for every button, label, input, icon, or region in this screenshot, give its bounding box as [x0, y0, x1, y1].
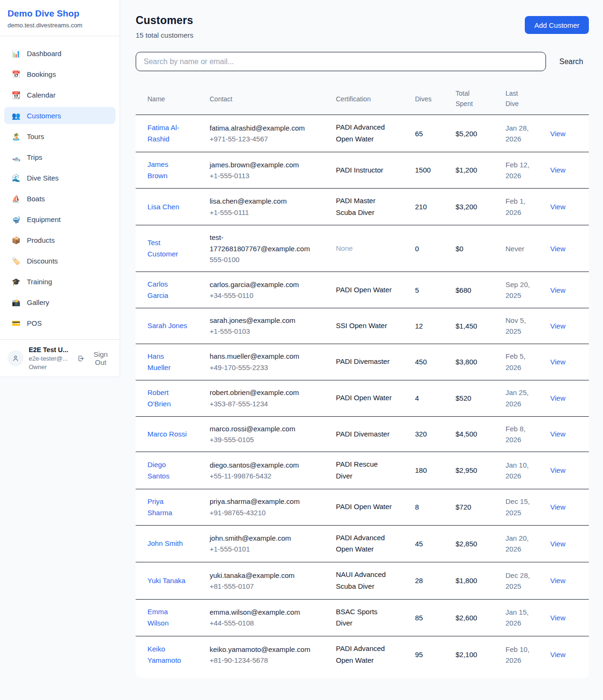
- customer-name-link[interactable]: Fatima Al-Rashid: [147, 122, 189, 145]
- cell-certification: PADI Divemaster: [330, 416, 409, 452]
- customer-name-link[interactable]: Keiko Yamamoto: [147, 643, 189, 666]
- last-dive-date: Jan 10, 2026: [505, 460, 537, 482]
- customer-email: robert.obrien@example.com: [210, 387, 312, 398]
- col-header-certification: Certification: [330, 83, 409, 115]
- cell-name: Robert O'Brien: [136, 380, 204, 416]
- view-customer-link[interactable]: View: [550, 540, 565, 548]
- view-customer-link[interactable]: View: [550, 466, 565, 474]
- view-customer-link[interactable]: View: [550, 286, 565, 294]
- sidebar-item-customers[interactable]: 👥Customers: [4, 107, 115, 124]
- customer-phone: +353-87-555-1234: [210, 398, 325, 409]
- last-dive-date: Feb 8, 2026: [505, 423, 537, 445]
- sidebar-item-discounts[interactable]: 🏷️Discounts: [4, 252, 115, 269]
- customer-phone: +971-55-123-4567: [210, 133, 325, 144]
- camera-flash-icon: 📸: [11, 299, 21, 306]
- sign-out-button[interactable]: Sign Out: [77, 350, 113, 366]
- customer-name-link[interactable]: Carlos Garcia: [147, 279, 189, 301]
- col-header-contact: Contact: [204, 83, 330, 115]
- table-row: James Brownjames.brown@example.com+1-555…: [136, 152, 589, 188]
- cell-last-dive: Feb 12, 2026: [500, 152, 545, 188]
- view-customer-link[interactable]: View: [550, 394, 565, 402]
- sidebar-item-calendar[interactable]: 📆Calendar: [4, 86, 115, 103]
- customer-name-link[interactable]: Robert O'Brien: [147, 387, 189, 410]
- customer-certification: PADI Divemaster: [336, 356, 393, 368]
- customer-name-link[interactable]: Diego Santos: [147, 459, 189, 482]
- customer-name-link[interactable]: Lisa Chen: [147, 201, 179, 213]
- cell-contact: yuki.tanaka@example.com+81-555-0107: [204, 562, 330, 600]
- customer-name-link[interactable]: Emma Wilson: [147, 606, 189, 629]
- sidebar-item-label: POS: [27, 319, 42, 327]
- customer-name-link[interactable]: Marco Rossi: [147, 428, 187, 440]
- view-customer-link[interactable]: View: [550, 203, 565, 211]
- view-customer-link[interactable]: View: [550, 245, 565, 253]
- search-button[interactable]: Search: [554, 54, 589, 70]
- sidebar-item-label: Bookings: [27, 70, 56, 78]
- cell-last-dive: Dec 15, 2025: [500, 489, 545, 525]
- cell-contact: emma.wilson@example.com+44-555-0108: [204, 599, 330, 636]
- search-input[interactable]: [136, 52, 546, 71]
- sidebar-item-dive-sites[interactable]: 🌊Dive Sites: [4, 169, 115, 186]
- sidebar-item-training[interactable]: 🎓Training: [4, 273, 115, 290]
- cell-actions: View: [545, 562, 589, 600]
- cell-dives: 1500: [409, 152, 450, 188]
- customer-name-link[interactable]: Test Customer: [147, 237, 189, 260]
- add-customer-button[interactable]: Add Customer: [525, 16, 589, 34]
- view-customer-link[interactable]: View: [550, 576, 565, 585]
- customer-email: hans.mueller@example.com: [210, 351, 312, 362]
- cell-dives: 45: [409, 525, 450, 562]
- user-avatar: [8, 350, 24, 366]
- credit-card-icon: 💳: [11, 320, 21, 327]
- graduation-cap-icon: 🎓: [11, 278, 21, 285]
- sidebar-item-bookings[interactable]: 📅Bookings: [4, 66, 115, 82]
- sidebar-item-equipment[interactable]: 🤿Equipment: [4, 211, 115, 228]
- customer-certification: PADI Advanced Open Water: [336, 643, 393, 667]
- sidebar-item-products[interactable]: 📦Products: [4, 231, 115, 248]
- customer-name-link[interactable]: Sarah Jones: [147, 320, 187, 331]
- view-customer-link[interactable]: View: [550, 166, 565, 174]
- cell-certification: PADI Divemaster: [330, 344, 409, 380]
- customer-certification: PADI Rescue Diver: [336, 459, 393, 482]
- customer-name-link[interactable]: Yuki Tanaka: [147, 575, 186, 586]
- view-customer-link[interactable]: View: [550, 614, 565, 622]
- cell-total-spent: $2,850: [450, 525, 500, 562]
- sidebar-item-dashboard[interactable]: 📊Dashboard: [4, 45, 115, 62]
- cell-certification: PADI Open Water: [330, 489, 409, 525]
- customer-name-link[interactable]: John Smith: [147, 538, 183, 549]
- last-dive-date: Dec 15, 2025: [505, 496, 537, 518]
- view-customer-link[interactable]: View: [550, 503, 565, 511]
- sidebar-item-tours[interactable]: 🏝️Tours: [4, 128, 115, 145]
- cell-last-dive: Sep 20, 2025: [500, 272, 545, 308]
- customer-name-link[interactable]: Priya Sharma: [147, 496, 189, 519]
- sidebar-item-label: Boats: [27, 195, 45, 203]
- table-row: Sarah Jonessarah.jones@example.com+1-555…: [136, 308, 589, 344]
- sidebar-item-boats[interactable]: ⛵Boats: [4, 190, 115, 207]
- sidebar-item-pos[interactable]: 💳POS: [4, 314, 115, 331]
- customer-name-link[interactable]: James Brown: [147, 159, 189, 181]
- customer-name-link[interactable]: Hans Mueller: [147, 351, 189, 373]
- cell-last-dive: Never: [500, 225, 545, 272]
- view-customer-link[interactable]: View: [550, 430, 565, 438]
- search-bar: Search: [136, 52, 589, 71]
- sidebar-nav: 📊Dashboard📅Bookings📆Calendar👥Customers🏝️…: [0, 36, 120, 339]
- cell-total-spent: $1,200: [450, 152, 500, 188]
- page-header: Customers 15 total customers Add Custome…: [136, 14, 589, 39]
- table-row: Fatima Al-Rashidfatima.alrashid@example.…: [136, 115, 589, 152]
- last-dive-date: Nov 5, 2025: [505, 315, 537, 337]
- cell-actions: View: [545, 525, 589, 562]
- cell-dives: 85: [409, 599, 450, 636]
- view-customer-link[interactable]: View: [550, 322, 565, 330]
- sidebar-item-gallery[interactable]: 📸Gallery: [4, 294, 115, 311]
- table-row: Lisa Chenlisa.chen@example.com+1-555-011…: [136, 188, 589, 225]
- view-customer-link[interactable]: View: [550, 130, 565, 138]
- table-row: Carlos Garciacarlos.garcia@example.com+3…: [136, 272, 589, 308]
- view-customer-link[interactable]: View: [550, 358, 565, 366]
- cell-last-dive: Jan 10, 2026: [500, 452, 545, 489]
- customer-email: fatima.alrashid@example.com: [210, 123, 312, 133]
- view-customer-link[interactable]: View: [550, 651, 565, 659]
- cell-last-dive: Feb 10, 2026: [500, 636, 545, 678]
- user-name: E2E Test U...: [29, 346, 72, 354]
- sign-out-label: Sign Out: [88, 350, 113, 366]
- sidebar-item-trips[interactable]: 🛥️Trips: [4, 148, 115, 165]
- cell-certification: PADI Rescue Diver: [330, 452, 409, 489]
- sidebar-item-label: Dashboard: [27, 49, 61, 58]
